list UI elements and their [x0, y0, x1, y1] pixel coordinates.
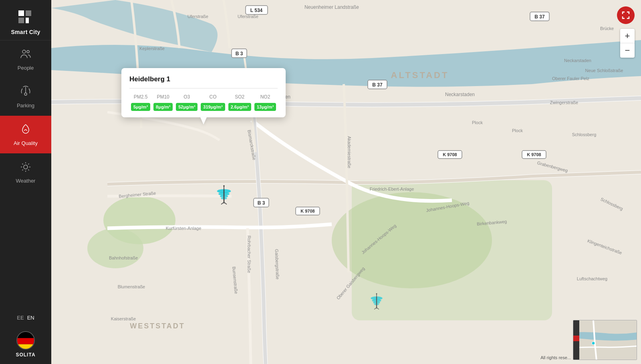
app-logo-icon — [16, 7, 35, 26]
popup-data-table: PM2.5 PM10 O3 CO SO2 NO2 5μg/m³ 8μg/m³ 5… — [129, 94, 278, 111]
company-flag — [16, 331, 35, 350]
col-no2: NO2 — [253, 94, 278, 103]
col-co: CO — [199, 94, 226, 103]
app-title: Smart City — [11, 29, 40, 35]
svg-text:Brücke: Brücke — [600, 26, 614, 31]
zoom-in-button[interactable]: + — [620, 29, 635, 43]
svg-text:ALTSTADT: ALTSTADT — [391, 70, 449, 80]
map-area[interactable]: L 534 B 37 B 3 B 37 B 3 K 9708 K 9708 K … — [51, 0, 641, 364]
sensor-marker-1[interactable] — [214, 184, 234, 205]
sensor-marker-2[interactable] — [368, 292, 385, 310]
svg-rect-19 — [17, 344, 35, 350]
weather-icon — [19, 161, 32, 175]
svg-rect-18 — [17, 338, 35, 344]
language-selector[interactable]: EE EN — [17, 309, 34, 326]
svg-text:B 37: B 37 — [534, 14, 545, 20]
svg-text:K 9708: K 9708 — [443, 152, 457, 157]
svg-text:Luftschachtweg: Luftschachtweg — [577, 276, 607, 281]
svg-point-22 — [87, 228, 143, 268]
svg-rect-97 — [573, 336, 579, 341]
svg-text:B 3: B 3 — [258, 200, 265, 206]
parking-label: Parking — [17, 103, 34, 109]
svg-text:Zwingerstraße: Zwingerstraße — [550, 100, 578, 105]
zoom-controls: + − — [620, 29, 635, 58]
svg-point-6 — [24, 93, 27, 95]
svg-text:Rohrbacher Straße: Rohrbacher Straße — [247, 235, 252, 273]
svg-text:Kurfürsten-Anlage: Kurfürsten-Anlage — [166, 226, 202, 231]
air-quality-icon — [19, 123, 32, 137]
svg-rect-3 — [26, 18, 29, 23]
people-label: People — [18, 65, 34, 71]
svg-text:Uferstraße: Uferstraße — [187, 14, 208, 19]
svg-text:Plock: Plock — [472, 120, 483, 125]
svg-text:B 3: B 3 — [236, 51, 243, 56]
svg-text:WESTSTADT: WESTSTADT — [130, 322, 185, 330]
svg-text:K 9708: K 9708 — [527, 152, 541, 157]
svg-text:Akademiestraße: Akademiestraße — [347, 136, 352, 168]
svg-point-83 — [223, 185, 224, 187]
popup-tail — [200, 117, 207, 125]
svg-point-4 — [22, 50, 26, 53]
val-pm25: 5μg/m³ — [131, 103, 150, 111]
sensor-tower-icon-2 — [368, 292, 385, 310]
svg-text:Friedrich-Ebert-Anlage: Friedrich-Ebert-Anlage — [370, 187, 414, 191]
svg-point-92 — [376, 293, 377, 294]
air-quality-popup: Heidelberg 1 PM2.5 PM10 O3 CO SO2 NO2 5μ… — [121, 68, 286, 117]
logo-area: Smart City — [0, 0, 51, 40]
svg-text:Uferstraße: Uferstraße — [238, 14, 258, 19]
sensor-tower-icon-1 — [214, 184, 234, 205]
sidebar-item-air-quality[interactable]: Air Quality — [0, 116, 51, 153]
air-quality-label: Air Quality — [14, 140, 38, 146]
svg-rect-2 — [18, 18, 24, 23]
people-icon — [19, 48, 32, 62]
svg-rect-1 — [26, 10, 31, 16]
col-o3: O3 — [174, 94, 199, 103]
expand-map-button[interactable] — [617, 6, 635, 24]
svg-line-15 — [28, 164, 29, 165]
sidebar-item-parking[interactable]: Parking — [0, 78, 51, 116]
svg-text:Neuenheimer Landstraße: Neuenheimer Landstraße — [304, 4, 359, 10]
val-so2: 2.6μg/m³ — [228, 103, 251, 111]
svg-line-93 — [374, 308, 377, 309]
svg-line-13 — [22, 164, 23, 165]
val-co: 319μg/m³ — [201, 103, 225, 111]
parking-icon — [19, 85, 32, 99]
lang-en[interactable]: EN — [27, 315, 34, 321]
svg-rect-0 — [18, 10, 24, 16]
svg-text:Bahnhofstraße: Bahnhofstraße — [109, 255, 138, 260]
weather-label: Weather — [16, 178, 36, 184]
svg-text:Keplerstraße: Keplerstraße — [139, 46, 165, 51]
svg-point-8 — [24, 165, 28, 169]
sidebar: Smart City People Parking — [0, 0, 51, 364]
svg-text:Plock: Plock — [512, 128, 523, 133]
col-pm25: PM2.5 — [129, 94, 152, 103]
svg-text:Kaiserstraße: Kaiserstraße — [111, 316, 136, 321]
svg-text:K 9708: K 9708 — [300, 209, 314, 213]
copyright-text: All rights rese... — [540, 355, 571, 360]
svg-text:L 534: L 534 — [250, 8, 263, 13]
company-name: SOLITA — [16, 352, 35, 358]
svg-text:Schlossberg: Schlossberg — [572, 132, 597, 137]
svg-line-16 — [22, 169, 23, 170]
svg-text:Neue Schloßstraße: Neue Schloßstraße — [585, 68, 623, 73]
svg-rect-17 — [17, 332, 35, 338]
sidebar-item-weather[interactable]: Weather — [0, 153, 51, 191]
svg-point-5 — [27, 50, 29, 53]
popup-title: Heidelberg 1 — [129, 75, 278, 88]
col-pm10: PM10 — [152, 94, 174, 103]
svg-text:Neckarstaden: Neckarstaden — [564, 58, 591, 63]
col-so2: SO2 — [227, 94, 253, 103]
lang-ee[interactable]: EE — [17, 315, 24, 321]
svg-line-94 — [377, 308, 379, 309]
mini-map — [573, 320, 637, 360]
mini-map-inner — [573, 320, 637, 360]
zoom-out-button[interactable]: − — [620, 43, 635, 58]
svg-text:Blumenstraße: Blumenstraße — [118, 284, 145, 289]
val-no2: 13μg/m³ — [254, 103, 276, 111]
svg-line-14 — [28, 169, 29, 170]
map-background: L 534 B 37 B 3 B 37 B 3 K 9708 K 9708 K … — [51, 0, 641, 364]
company-area: SOLITA — [16, 326, 35, 364]
svg-point-98 — [592, 342, 595, 345]
sidebar-item-people[interactable]: People — [0, 40, 51, 78]
svg-text:B 37: B 37 — [372, 82, 383, 88]
